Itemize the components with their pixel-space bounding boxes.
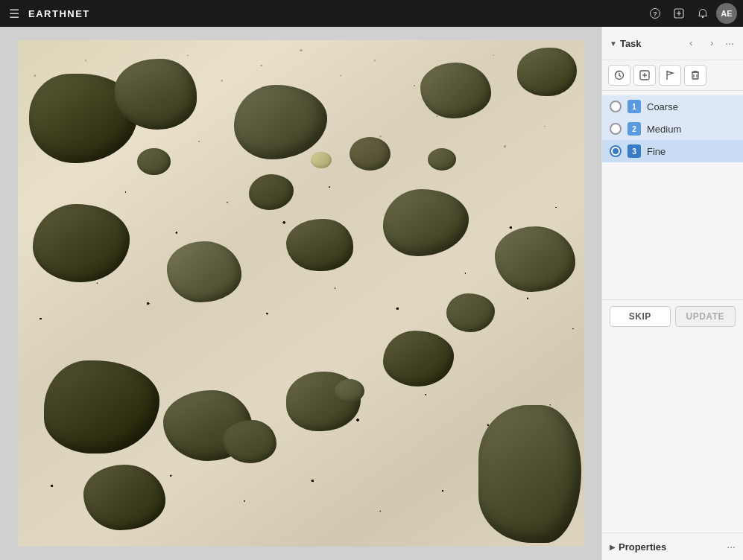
user-avatar[interactable]: AE <box>716 3 737 24</box>
image-canvas <box>18 40 584 547</box>
option-coarse[interactable]: 1 Coarse <box>602 95 743 118</box>
notifications-icon[interactable] <box>692 3 713 24</box>
update-button[interactable]: UPDATE <box>675 306 736 327</box>
options-list: 1 Coarse 2 Medium 3 Fine <box>602 91 743 299</box>
topbar-icons: ? AE <box>645 3 737 24</box>
task-title: Task <box>620 38 679 49</box>
action-buttons: SKIP UPDATE <box>602 299 743 333</box>
option-number-1: 1 <box>627 100 641 113</box>
option-label-medium: Medium <box>647 124 681 135</box>
option-number-2: 2 <box>627 122 641 136</box>
properties-more-button[interactable]: ··· <box>727 541 736 553</box>
image-area <box>0 27 601 560</box>
option-fine[interactable]: 3 Fine <box>602 140 743 162</box>
right-panel: ▼ Task ‹ › ··· <box>601 27 743 560</box>
history-button[interactable] <box>608 65 630 86</box>
task-header: ▼ Task ‹ › ··· <box>602 27 743 60</box>
panel-spacer <box>602 333 743 532</box>
add-icon[interactable] <box>668 3 689 24</box>
menu-icon[interactable]: ☰ <box>6 4 22 24</box>
option-label-fine: Fine <box>647 146 665 157</box>
skip-button[interactable]: SKIP <box>610 306 671 327</box>
option-number-3: 3 <box>627 144 641 158</box>
task-more-button[interactable]: ··· <box>724 37 736 49</box>
main-layout: ▼ Task ‹ › ··· <box>0 27 743 560</box>
radio-coarse[interactable] <box>610 101 622 112</box>
panel-toolbar <box>602 60 743 91</box>
properties-title: Properties <box>619 541 724 553</box>
flag-button[interactable] <box>659 65 681 86</box>
option-label-coarse: Coarse <box>647 101 678 112</box>
svg-rect-11 <box>692 72 698 79</box>
svg-text:?: ? <box>653 10 657 18</box>
add-annotation-button[interactable] <box>633 65 656 86</box>
next-task-button[interactable]: › <box>703 34 721 52</box>
topbar: ☰ EARTHNET ? AE <box>0 0 743 27</box>
help-icon[interactable]: ? <box>645 3 665 24</box>
app-logo: EARTHNET <box>28 8 90 19</box>
radio-fine[interactable] <box>610 145 622 157</box>
properties-expand-icon[interactable]: ▶ <box>610 543 616 551</box>
prev-task-button[interactable]: ‹ <box>682 34 700 52</box>
properties-footer: ▶ Properties ··· <box>602 532 743 560</box>
svg-point-5 <box>702 16 704 18</box>
option-medium[interactable]: 2 Medium <box>602 118 743 140</box>
delete-button[interactable] <box>684 65 706 86</box>
radio-medium[interactable] <box>610 123 622 135</box>
task-collapse-icon[interactable]: ▼ <box>610 39 617 48</box>
